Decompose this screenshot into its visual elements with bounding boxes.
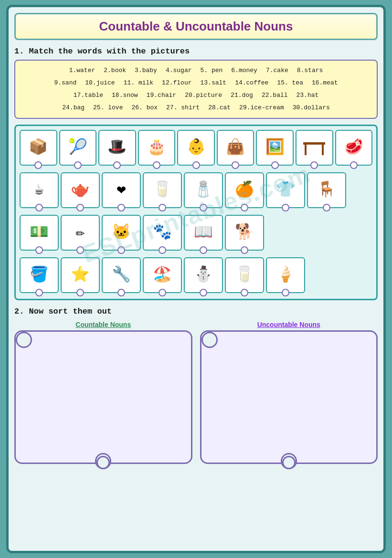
- circle-26: [117, 289, 125, 296]
- pic-row-4: 🪣 ⭐ 🔧 🏖️ ⛄ 🥛: [20, 257, 372, 293]
- pic-stars: ⭐: [61, 257, 100, 293]
- word-26: 26. box: [131, 102, 158, 114]
- uncountable-wrap: Uncountable Nouns: [200, 321, 378, 464]
- words-row-2: 9.sand 10.juice 11. milk 12.flour 13.sal…: [21, 77, 371, 89]
- circle-9: [350, 161, 358, 169]
- word-12: 12.flour: [162, 77, 191, 89]
- word-13: 13.salt: [201, 77, 227, 89]
- pic-hat: 🎩: [98, 130, 136, 166]
- circle-5: [192, 161, 200, 169]
- word-24: 24.bag: [62, 102, 85, 114]
- circle-21: [159, 246, 166, 254]
- word-16: 16.meat: [312, 77, 338, 89]
- word-14: 14.coffee: [235, 77, 268, 89]
- circle-12: [117, 204, 125, 211]
- pic-love: ❤️: [102, 172, 141, 208]
- pic-cake: 🎂: [138, 130, 176, 166]
- word-27: 27. shirt: [166, 102, 200, 114]
- circle-20: [117, 246, 125, 254]
- sort-boxes-container: Countable Nouns Uncountable Nouns: [14, 321, 378, 464]
- sort-section: 2. Now sort them out Countable Nouns Unc…: [14, 307, 378, 464]
- words-box: 1.water 2.book 3.baby 4.sugar 5. pen 6.m…: [14, 60, 378, 119]
- pic-milk: 🥛: [143, 172, 182, 208]
- pic-meat: 🥩: [335, 130, 373, 166]
- words-row-1: 1.water 2.book 3.baby 4.sugar 5. pen 6.m…: [21, 64, 371, 77]
- pictures-section: 📦 🎾 🎩 🎂 👶 👜: [14, 125, 378, 300]
- pic-row-3: 💵 ✏️ 🐱 🐾 📖 🐕: [20, 215, 372, 251]
- words-row-3: 17.table 18.snow 19.chair 20.picture 21.…: [21, 89, 371, 102]
- pic-ball: 🎾: [59, 130, 97, 166]
- circle-29: [241, 289, 248, 296]
- pic-picture: 🖼️: [256, 130, 294, 166]
- title-box: Countable & Uncountable Nouns: [14, 13, 378, 40]
- pic-dog: 🐕: [225, 215, 264, 251]
- circle-28: [200, 289, 207, 296]
- pic-dog-paw: 🐾: [143, 215, 182, 251]
- word-20: 20.picture: [185, 89, 222, 102]
- countable-wrap: Countable Nouns: [14, 321, 192, 464]
- word-8: 8.stars: [297, 64, 323, 77]
- svg-rect-2: [322, 145, 324, 155]
- pic-cat: 🐱: [102, 215, 141, 251]
- word-21: 21.dog: [231, 89, 253, 102]
- pic-coffee: ☕: [20, 172, 59, 208]
- circle-19: [76, 246, 84, 254]
- circle-7: [271, 161, 279, 169]
- word-6: 6.money: [231, 64, 257, 77]
- word-19: 19.chair: [147, 89, 176, 102]
- word-30: 30.dollars: [293, 102, 330, 114]
- circle-15: [241, 204, 248, 211]
- circle-4: [153, 161, 160, 169]
- word-2: 2.book: [104, 64, 126, 77]
- word-11: 11. milk: [124, 77, 153, 89]
- circle-30: [282, 289, 289, 296]
- word-9: 9.sand: [54, 77, 76, 89]
- word-3: 3.baby: [135, 64, 157, 77]
- pic-shirt: 👕: [266, 172, 305, 208]
- uncountable-box[interactable]: [200, 330, 378, 464]
- section2-title: 2. Now sort them out: [14, 307, 378, 316]
- pic-box: 📦: [20, 130, 57, 166]
- words-row-4: 24.bag 25. love 26. box 27. shirt 28.cat…: [21, 102, 371, 114]
- countable-box[interactable]: [14, 330, 192, 464]
- word-5: 5. pen: [201, 64, 223, 77]
- pic-chair: 🪑: [307, 172, 346, 208]
- pic-water: 🪣: [20, 257, 59, 293]
- pic-juice: 🍊: [225, 172, 264, 208]
- pic-milk-carton: 🥛: [225, 257, 264, 293]
- circle-17: [323, 204, 330, 211]
- circle-27: [159, 289, 166, 296]
- circle-14: [200, 204, 207, 211]
- circle-16: [282, 204, 289, 211]
- pic-icecream: 🍦: [266, 257, 305, 293]
- pic-table: [296, 130, 333, 166]
- circle-25: [76, 289, 84, 296]
- circle-13: [159, 204, 166, 211]
- circle-6: [232, 161, 239, 169]
- pic-baby: 👶: [177, 130, 215, 166]
- pic-salt: 🧂: [184, 172, 223, 208]
- pic-sand: 🏖️: [143, 257, 182, 293]
- circle-22: [200, 246, 207, 254]
- circle-2: [74, 161, 82, 169]
- worksheet-title: Countable & Uncountable Nouns: [99, 19, 293, 33]
- word-23: 23.hat: [297, 89, 319, 102]
- word-17: 17.table: [74, 89, 103, 102]
- word-25: 25. love: [93, 102, 123, 114]
- circle-23: [241, 246, 248, 254]
- word-10: 10.juice: [85, 77, 115, 89]
- section1-title: 1. Match the words with the pictures: [14, 47, 378, 56]
- word-28: 28.cat: [208, 102, 231, 114]
- circle-11: [76, 204, 84, 211]
- word-18: 18.snow: [112, 89, 138, 102]
- word-4: 4.sugar: [166, 64, 192, 77]
- pic-snow-tools: 🔧: [102, 257, 141, 293]
- svg-rect-0: [303, 142, 325, 145]
- pic-row-1: 📦 🎾 🎩 🎂 👶 👜: [20, 130, 372, 166]
- pic-row-2: ☕ 🫖 ❤️ 🥛 🧂 🍊: [20, 172, 372, 208]
- pic-pen: ✏️: [61, 215, 100, 251]
- pic-tea: 🫖: [61, 172, 100, 208]
- word-22: 22.ball: [262, 89, 288, 102]
- circle-1: [34, 161, 42, 169]
- svg-rect-1: [305, 145, 307, 155]
